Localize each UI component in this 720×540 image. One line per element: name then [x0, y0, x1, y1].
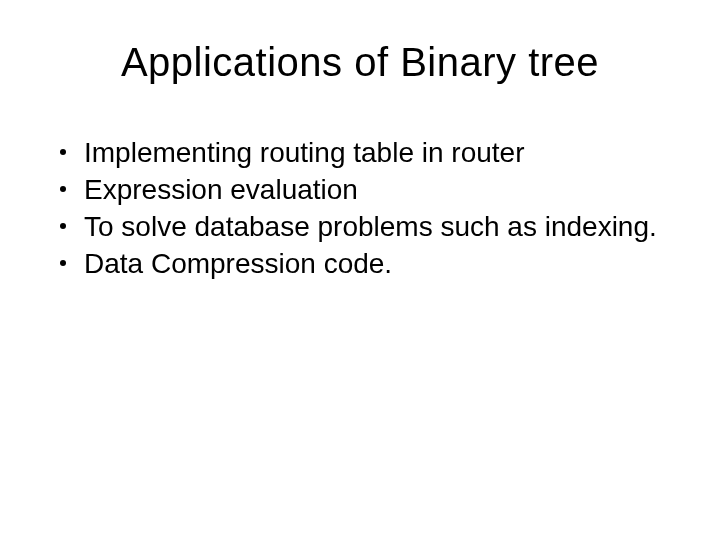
bullet-icon: [60, 260, 66, 266]
slide-title: Applications of Binary tree: [50, 40, 670, 85]
bullet-text: Expression evaluation: [84, 172, 670, 207]
bullet-text: Data Compression code.: [84, 246, 670, 281]
bullet-icon: [60, 223, 66, 229]
bullet-icon: [60, 186, 66, 192]
list-item: Expression evaluation: [60, 172, 670, 207]
slide-container: Applications of Binary tree Implementing…: [0, 0, 720, 540]
list-item: Implementing routing table in router: [60, 135, 670, 170]
bullet-text: Implementing routing table in router: [84, 135, 670, 170]
bullet-icon: [60, 149, 66, 155]
bullet-list: Implementing routing table in router Exp…: [50, 135, 670, 281]
bullet-text: To solve database problems such as index…: [84, 209, 670, 244]
list-item: Data Compression code.: [60, 246, 670, 281]
list-item: To solve database problems such as index…: [60, 209, 670, 244]
